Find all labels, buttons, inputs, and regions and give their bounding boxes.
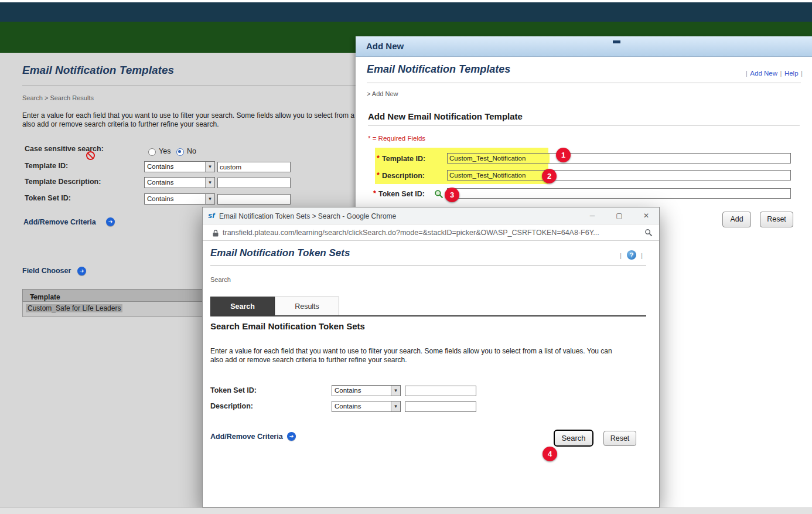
step-badge-2: 2 xyxy=(542,169,557,183)
radio-no[interactable] xyxy=(176,148,184,156)
panel-token-set-id-label: Token Set ID: xyxy=(378,190,425,198)
template-id-operator-select[interactable]: Contains ▾ xyxy=(144,161,215,172)
popup-page-title: Email Notification Token Sets xyxy=(210,247,350,259)
add-new-link[interactable]: Add New xyxy=(750,70,777,77)
panel-page-title: Email Notification Templates xyxy=(367,63,510,76)
step-badge-3: 3 xyxy=(445,188,459,202)
token-set-id-label: Token Set ID: xyxy=(25,194,71,202)
close-button[interactable]: ✕ xyxy=(634,207,658,224)
divider xyxy=(22,86,374,86)
add-button[interactable]: Add xyxy=(722,212,751,227)
chevron-down-icon: ▾ xyxy=(205,194,214,204)
panel-window-title: Add New xyxy=(366,41,404,51)
add-new-panel-header: Add New xyxy=(356,36,812,57)
popup-description-operator-select[interactable]: Contains ▾ xyxy=(332,401,401,412)
panel-links: | Add New | Help | xyxy=(746,67,803,78)
radio-no-label: No xyxy=(187,147,196,155)
taskbar-strip xyxy=(0,508,812,514)
field-chooser-link[interactable]: Field Chooser xyxy=(22,267,71,275)
token-set-id-operator-select[interactable]: Contains ▾ xyxy=(144,193,215,205)
divider xyxy=(367,83,801,83)
divider xyxy=(210,265,646,266)
divider xyxy=(368,125,800,126)
address-search-icon[interactable] xyxy=(644,229,653,237)
chevron-down-icon: ▾ xyxy=(391,386,400,396)
popup-heading: Search Email Notification Token Sets xyxy=(210,321,365,331)
help-link[interactable]: Help xyxy=(784,70,799,77)
field-chooser-icon[interactable]: ➔ xyxy=(77,267,86,275)
chevron-down-icon: ▾ xyxy=(205,162,214,172)
popup-description-input[interactable] xyxy=(405,401,476,412)
popup-titlebar[interactable]: sf Email Notification Token Sets > Searc… xyxy=(203,207,659,224)
url-text[interactable]: transfield.plateau.com/learning/search/c… xyxy=(223,229,633,237)
popup-description-label: Description: xyxy=(210,402,253,410)
panel-template-id-input[interactable] xyxy=(447,153,791,164)
popup-breadcrumb: Search xyxy=(210,276,231,283)
maximize-button[interactable]: ▢ xyxy=(608,207,631,224)
required-mark: * xyxy=(373,189,376,198)
template-description-input[interactable] xyxy=(217,178,291,188)
required-mark: * xyxy=(377,154,380,162)
chevron-down-icon: ▾ xyxy=(205,178,214,188)
radio-yes[interactable] xyxy=(148,148,156,156)
panel-token-set-id-input[interactable] xyxy=(447,188,791,199)
breadcrumb: Search > Search Results xyxy=(22,94,94,101)
popup-search-button[interactable]: Search xyxy=(554,430,593,447)
panel-template-id-label: Template ID: xyxy=(382,155,425,163)
popup-addressbar[interactable]: transfield.plateau.com/learning/search/c… xyxy=(203,224,659,241)
step-badge-4: 4 xyxy=(543,447,557,461)
popup-token-set-id-label: Token Set ID: xyxy=(210,386,257,394)
tab-underline xyxy=(210,315,646,316)
token-set-lookup-magnifier-icon[interactable] xyxy=(434,189,443,199)
template-id-input[interactable] xyxy=(217,162,291,172)
step-badge-1: 1 xyxy=(556,148,571,162)
required-fields-note: * = Required Fields xyxy=(368,135,425,142)
panel-description-input[interactable] xyxy=(447,170,791,181)
sort-asc-icon: ▲ xyxy=(30,293,35,299)
template-id-label: Template ID: xyxy=(25,162,68,170)
add-remove-criteria-icon[interactable]: ➔ xyxy=(106,217,115,226)
required-mark: * xyxy=(377,171,380,179)
tab-results[interactable]: Results xyxy=(275,297,339,315)
page-title: Email Notification Templates xyxy=(22,64,174,77)
tab-search[interactable]: Search xyxy=(210,297,275,315)
token-set-id-input[interactable] xyxy=(217,194,291,205)
screen: Email Notification Templates Search > Se… xyxy=(0,0,812,514)
popup-add-remove-criteria-link[interactable]: Add/Remove Criteria xyxy=(210,433,283,441)
help-icon[interactable]: ? xyxy=(627,250,636,260)
lock-icon xyxy=(212,229,219,237)
popup-instructions-line2: also add or remove search criteria to fu… xyxy=(210,356,407,364)
template-description-label: Template Description: xyxy=(25,178,101,186)
token-sets-popup-window: sf Email Notification Token Sets > Searc… xyxy=(202,207,660,508)
panel-breadcrumb: > Add New xyxy=(367,90,398,97)
popup-reset-button[interactable]: Reset xyxy=(603,431,636,446)
instructions-line2: also add or remove search criteria to fu… xyxy=(22,120,219,128)
radio-yes-label: Yes xyxy=(159,147,170,155)
panel-minimize-icon[interactable] xyxy=(613,40,620,43)
panel-reset-button[interactable]: Reset xyxy=(760,212,793,227)
chevron-down-icon: ▾ xyxy=(391,401,400,411)
popup-window-title: Email Notification Token Sets > Search -… xyxy=(219,212,396,220)
template-description-operator-select[interactable]: Contains ▾ xyxy=(144,177,215,188)
prohibition-icon xyxy=(86,151,95,160)
add-remove-criteria-link[interactable]: Add/Remove Criteria xyxy=(23,218,96,226)
minimize-button[interactable]: ─ xyxy=(581,207,604,224)
popup-token-set-id-operator-select[interactable]: Contains ▾ xyxy=(332,385,401,396)
panel-description-label: Description: xyxy=(382,172,425,180)
popup-add-remove-criteria-icon[interactable]: ➔ xyxy=(287,432,296,441)
popup-token-set-id-input[interactable] xyxy=(405,386,476,396)
add-new-heading: Add New Email Notification Template xyxy=(368,111,523,121)
popup-instructions-line1: Enter a value for each field that you wa… xyxy=(210,347,612,355)
successfactors-favicon: sf xyxy=(208,211,215,220)
